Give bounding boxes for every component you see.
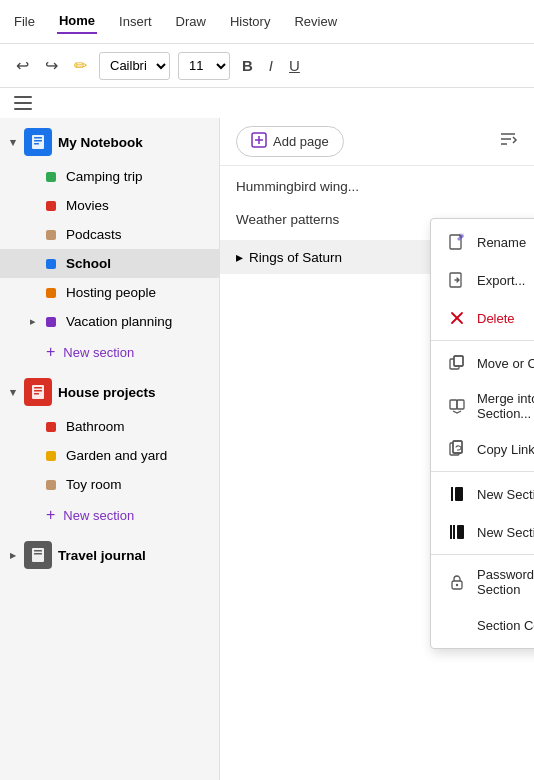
hamburger-line xyxy=(14,102,32,104)
font-select[interactable]: Cailbri xyxy=(99,52,170,80)
italic-button[interactable]: I xyxy=(265,55,277,76)
undo-button[interactable]: ↩ xyxy=(12,54,33,77)
sidebar-item-camping-trip[interactable]: Camping trip xyxy=(0,162,219,191)
notebook-house-projects: ▾ House projects Bathroom Garden and yar… xyxy=(0,372,219,531)
main-layout: ▾ My Notebook Camping trip Movies Podcas… xyxy=(0,118,534,780)
sidebar-item-garden-and-yard[interactable]: Garden and yard xyxy=(0,441,219,470)
notebook-header-my-notebook[interactable]: ▾ My Notebook xyxy=(0,122,219,162)
svg-rect-5 xyxy=(34,387,42,389)
section-expand-arrow: ▸ xyxy=(30,315,36,328)
sidebar-item-toy-room[interactable]: Toy room xyxy=(0,470,219,499)
page-item-hummingbird[interactable]: Hummingbird wing... xyxy=(220,170,534,203)
ctx-delete[interactable]: Delete xyxy=(431,299,534,337)
notebook-travel-journal: ▸ Travel journal xyxy=(0,535,219,575)
ctx-password-protect[interactable]: Password Protect This Section xyxy=(431,558,534,606)
sidebar-item-movies[interactable]: Movies xyxy=(0,191,219,220)
section-color-icon xyxy=(447,615,467,635)
sidebar-item-hosting-people[interactable]: Hosting people xyxy=(0,278,219,307)
menu-review[interactable]: Review xyxy=(292,10,339,33)
svg-point-36 xyxy=(456,584,458,586)
sidebar-item-vacation-planning[interactable]: ▸ Vacation planning xyxy=(0,307,219,336)
ctx-new-section[interactable]: New Section xyxy=(431,475,534,513)
ctx-export-label: Export... xyxy=(477,273,525,288)
sort-icon[interactable] xyxy=(498,129,518,154)
menu-history[interactable]: History xyxy=(228,10,272,33)
sidebar-item-podcasts[interactable]: Podcasts xyxy=(0,220,219,249)
notebook-icon-house-projects xyxy=(24,378,52,406)
chevron-down-icon: ▾ xyxy=(10,136,16,149)
ctx-section-color[interactable]: Section Color ▸ xyxy=(431,606,534,644)
sidebar-item-bathroom[interactable]: Bathroom xyxy=(0,412,219,441)
ctx-copy-link[interactable]: Copy Link to Section xyxy=(431,430,534,468)
svg-rect-26 xyxy=(457,400,464,409)
ctx-new-section-label: New Section xyxy=(477,487,534,502)
chevron-right-icon: ▸ xyxy=(10,549,16,562)
ctx-move-copy[interactable]: Move or Copy... xyxy=(431,344,534,382)
section-color-dot xyxy=(46,422,56,432)
add-page-button[interactable]: Add page xyxy=(236,126,344,157)
menu-bar: File Home Insert Draw History Review xyxy=(0,0,534,44)
svg-rect-34 xyxy=(457,525,464,539)
section-expand-icon: ▸ xyxy=(236,249,243,265)
add-page-icon xyxy=(251,132,267,151)
section-color-dot xyxy=(46,480,56,490)
hamburger-menu[interactable] xyxy=(0,88,534,118)
rename-icon xyxy=(447,232,467,252)
svg-rect-10 xyxy=(34,553,42,555)
new-section-icon xyxy=(447,484,467,504)
svg-rect-2 xyxy=(34,140,42,142)
ctx-divider-1 xyxy=(431,340,534,341)
redo-button[interactable]: ↪ xyxy=(41,54,62,77)
toolbar: ↩ ↪ ✏ Cailbri 11 B I U xyxy=(0,44,534,88)
context-menu: Rename Export... xyxy=(430,218,534,649)
ctx-copy-link-label: Copy Link to Section xyxy=(477,442,534,457)
ctx-new-section-group[interactable]: New Section Group xyxy=(431,513,534,551)
menu-insert[interactable]: Insert xyxy=(117,10,154,33)
content-area: Add page Hummingbird wing... Weather pat… xyxy=(220,118,534,780)
highlighter-button[interactable]: ✏ xyxy=(70,54,91,77)
ctx-section-color-label: Section Color xyxy=(477,618,534,633)
notebook-name-house-projects: House projects xyxy=(58,385,156,400)
svg-rect-1 xyxy=(34,137,42,139)
hamburger-line xyxy=(14,96,32,98)
section-color-dot xyxy=(46,259,56,269)
ctx-divider-3 xyxy=(431,554,534,555)
merge-icon xyxy=(447,396,467,416)
notebook-name-my-notebook: My Notebook xyxy=(58,135,143,150)
menu-home[interactable]: Home xyxy=(57,9,97,34)
ctx-rename-label: Rename xyxy=(477,235,526,250)
new-section-button-house-projects[interactable]: + New section xyxy=(0,499,219,531)
export-icon xyxy=(447,270,467,290)
new-group-icon xyxy=(447,522,467,542)
svg-rect-3 xyxy=(34,143,39,145)
size-select[interactable]: 11 xyxy=(178,52,230,80)
section-color-dot xyxy=(46,201,56,211)
menu-draw[interactable]: Draw xyxy=(174,10,208,33)
plus-icon: + xyxy=(46,343,55,361)
svg-rect-33 xyxy=(453,525,455,539)
section-color-dot xyxy=(46,288,56,298)
notebook-header-house-projects[interactable]: ▾ House projects xyxy=(0,372,219,412)
underline-button[interactable]: U xyxy=(285,55,304,76)
menu-file[interactable]: File xyxy=(12,10,37,33)
sidebar: ▾ My Notebook Camping trip Movies Podcas… xyxy=(0,118,220,780)
svg-rect-32 xyxy=(450,525,452,539)
ctx-merge[interactable]: Merge into Another Section... xyxy=(431,382,534,430)
svg-rect-7 xyxy=(34,393,39,395)
ctx-rename[interactable]: Rename xyxy=(431,223,534,261)
ctx-export[interactable]: Export... xyxy=(431,261,534,299)
svg-rect-31 xyxy=(455,487,463,501)
bold-button[interactable]: B xyxy=(238,55,257,76)
active-section-name: Rings of Saturn xyxy=(249,250,342,265)
notebook-name-travel-journal: Travel journal xyxy=(58,548,146,563)
hamburger-line xyxy=(14,108,32,110)
notebook-icon-my-notebook xyxy=(24,128,52,156)
plus-icon: + xyxy=(46,506,55,524)
notebook-header-travel-journal[interactable]: ▸ Travel journal xyxy=(0,535,219,575)
svg-rect-25 xyxy=(450,400,457,409)
svg-rect-30 xyxy=(451,487,453,501)
ctx-password-protect-label: Password Protect This Section xyxy=(477,567,534,597)
new-section-button-my-notebook[interactable]: + New section xyxy=(0,336,219,368)
sidebar-item-school[interactable]: School xyxy=(0,249,219,278)
section-color-dot xyxy=(46,317,56,327)
